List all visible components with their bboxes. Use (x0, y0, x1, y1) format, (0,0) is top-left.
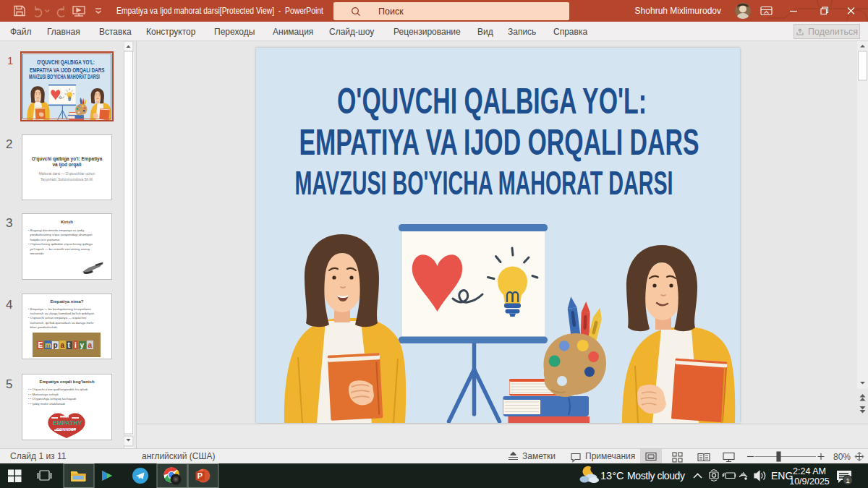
svg-text:2:24 AM: 2:24 AM (793, 466, 826, 476)
svg-text:EMPATHY: EMPATHY (53, 419, 82, 427)
svg-text:13°C: 13°C (600, 470, 624, 481)
svg-text:a: a (88, 341, 93, 349)
svg-text:E: E (38, 341, 43, 349)
svg-text:a: a (61, 341, 65, 349)
svg-text:i: i (75, 341, 77, 349)
svg-text:80%: 80% (833, 452, 851, 462)
svg-text:y: y (80, 341, 85, 349)
svg-text:m: m (45, 341, 51, 349)
svg-text:p: p (54, 341, 58, 349)
svg-text:P: P (197, 471, 203, 480)
svg-text:CONNECT: CONNECT (56, 427, 77, 432)
svg-text:Mostly cloudy: Mostly cloudy (627, 470, 685, 481)
svg-text:10/9/2025: 10/9/2025 (789, 476, 830, 487)
svg-text:1: 1 (846, 476, 850, 484)
